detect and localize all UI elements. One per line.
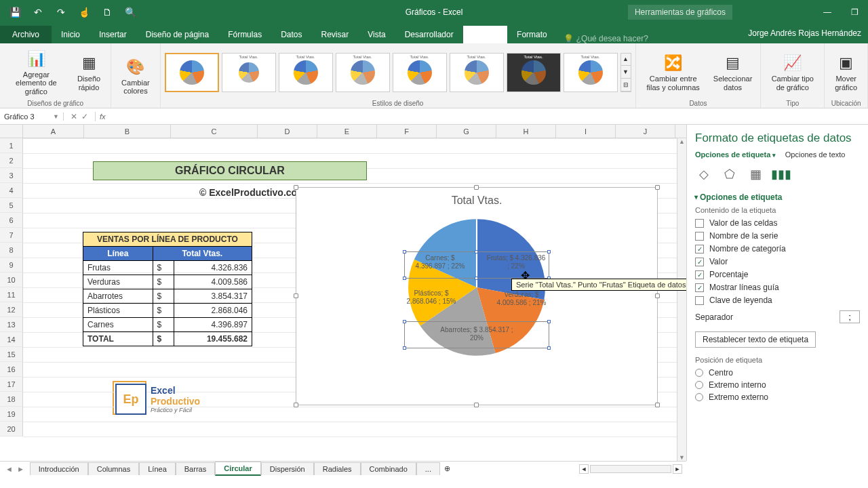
select-data-button[interactable]: ▤ Seleccionar datos (709, 52, 756, 92)
minimize-icon[interactable]: — (814, 0, 841, 24)
row-header[interactable]: 11 (0, 287, 23, 302)
chart-style-1[interactable] (165, 53, 219, 92)
effects-icon[interactable]: ⬠ (721, 165, 738, 183)
tab-revisar[interactable]: Revisar (312, 26, 359, 43)
signed-in-user[interactable]: Jorge Andrés Rojas Hernández (748, 28, 861, 38)
row-header[interactable]: 5 (0, 198, 23, 213)
gallery-down-icon[interactable]: ▼ (621, 66, 631, 79)
row-header[interactable]: 14 (0, 332, 23, 347)
scroll-left-icon[interactable]: ◄ (579, 464, 589, 474)
sheet-tab[interactable]: Radiales (314, 462, 361, 475)
col-header[interactable]: E (317, 125, 377, 138)
row-header[interactable]: 17 (0, 377, 23, 392)
touch-mode-icon[interactable]: ☝ (76, 4, 92, 20)
chart-style-6[interactable]: Total Vtas. (450, 53, 504, 92)
tab-archivo[interactable]: Archivo (0, 26, 52, 43)
redo-icon[interactable]: ↷ (53, 4, 69, 20)
restore-icon[interactable]: ❐ (841, 0, 868, 24)
col-header[interactable]: A (23, 125, 84, 138)
cancel-formula-icon[interactable]: ✕ (71, 112, 77, 121)
resize-handle[interactable] (655, 403, 660, 407)
size-props-icon[interactable]: ▦ (747, 165, 764, 183)
resize-handle[interactable] (294, 293, 298, 298)
fill-line-icon[interactable]: ◇ (695, 165, 713, 183)
tab-diseno[interactable]: Diseño (463, 26, 507, 43)
pane-tab-label-options[interactable]: Opciones de etiqueta (695, 150, 776, 159)
row-header[interactable]: 1 (0, 138, 23, 153)
fx-icon[interactable]: fx (96, 113, 110, 121)
section-label-options[interactable]: Opciones de etiqueta (695, 192, 860, 202)
gallery-more-icon[interactable]: ⊟ (621, 79, 631, 92)
label-options-icon[interactable]: ▮▮▮ (772, 165, 790, 183)
print-preview-icon[interactable]: 🔍 (122, 4, 138, 20)
col-header[interactable]: B (84, 125, 171, 138)
tab-datos[interactable]: Datos (271, 26, 311, 43)
checkbox-series[interactable] (695, 232, 704, 241)
tab-formulas[interactable]: Fórmulas (218, 26, 271, 43)
checkbox-value[interactable]: ✓ (695, 258, 704, 266)
change-colors-button[interactable]: 🎨 Cambiar colores (115, 56, 155, 96)
vertical-scrollbar[interactable]: ▲▼ (677, 138, 686, 461)
resize-handle[interactable] (294, 403, 298, 407)
reset-label-text-button[interactable]: Restablecer texto de etiqueta (695, 331, 816, 348)
row-header[interactable]: 7 (0, 228, 23, 243)
row-header[interactable]: 15 (0, 347, 23, 362)
scroll-up-icon[interactable]: ▲ (679, 138, 685, 145)
row-header[interactable]: 18 (0, 392, 23, 407)
sheet-tab[interactable]: Barras (176, 462, 215, 475)
row-header[interactable]: 20 (0, 422, 23, 436)
sheet-nav-next-icon[interactable]: ► (17, 465, 24, 473)
row-header[interactable]: 6 (0, 213, 23, 228)
radio-center[interactable] (695, 369, 703, 377)
row-header[interactable]: 4 (0, 183, 23, 198)
sheet-tab-active[interactable]: Circular (215, 462, 261, 476)
row-header[interactable]: 13 (0, 317, 23, 332)
sheet-tab-more[interactable]: ... (416, 462, 440, 475)
checkbox-cells[interactable] (695, 219, 704, 228)
col-header[interactable]: F (377, 125, 437, 138)
row-header[interactable]: 9 (0, 258, 23, 272)
col-header[interactable]: J (616, 125, 675, 138)
quick-layout-button[interactable]: ▦ Diseño rápido (71, 52, 106, 92)
chart-style-8[interactable]: Total Vtas. (564, 53, 618, 92)
row-header[interactable]: 19 (0, 407, 23, 422)
change-chart-type-button[interactable]: 📈 Cambiar tipo de gráfico (765, 52, 820, 92)
row-header[interactable]: 8 (0, 243, 23, 258)
add-chart-element-button[interactable]: 📊 Agregar elemento de gráfico (4, 47, 68, 96)
label-selection-box-2[interactable] (404, 321, 549, 348)
sheet-tab[interactable]: Columnas (88, 462, 140, 475)
accept-formula-icon[interactable]: ✓ (81, 112, 88, 121)
checkbox-category[interactable]: ✓ (695, 245, 704, 253)
row-header[interactable]: 16 (0, 362, 23, 377)
resize-handle[interactable] (655, 185, 660, 190)
resize-handle[interactable] (294, 185, 298, 190)
col-header[interactable]: D (258, 125, 317, 138)
pie-chart-object[interactable]: Total Vtas. (296, 187, 658, 405)
scroll-down-icon[interactable]: ▼ (679, 454, 685, 461)
chart-style-4[interactable]: Total Vtas. (336, 53, 390, 92)
tab-insertar[interactable]: Insertar (90, 26, 136, 43)
select-all-corner[interactable] (0, 125, 23, 138)
resize-handle[interactable] (474, 185, 479, 190)
switch-row-column-button[interactable]: 🔀 Cambiar entre filas y columnas (640, 52, 707, 92)
resize-handle[interactable] (474, 403, 479, 407)
pane-tab-text-options[interactable]: Opciones de texto (785, 150, 846, 159)
resize-handle[interactable] (655, 293, 660, 298)
checkbox-leader[interactable]: ✓ (695, 283, 704, 292)
col-header[interactable]: I (556, 125, 616, 138)
scroll-right-icon[interactable]: ► (673, 464, 682, 474)
row-header[interactable]: 10 (0, 272, 23, 287)
col-header[interactable]: C (171, 125, 258, 138)
sheet-tab[interactable]: Dispersión (261, 462, 314, 475)
row-header[interactable]: 2 (0, 153, 23, 168)
col-header[interactable]: H (496, 125, 556, 138)
undo-icon[interactable]: ↶ (30, 4, 46, 20)
separator-input[interactable] (840, 310, 860, 323)
chart-style-5[interactable]: Total Vtas. (393, 53, 447, 92)
radio-outside-end[interactable] (695, 393, 703, 401)
chart-style-7[interactable]: Total Vtas. (507, 53, 561, 92)
new-icon[interactable]: 🗋 (99, 4, 115, 20)
tab-formato[interactable]: Formato (507, 26, 557, 43)
row-header[interactable]: 3 (0, 168, 23, 183)
row-header[interactable]: 12 (0, 302, 23, 317)
